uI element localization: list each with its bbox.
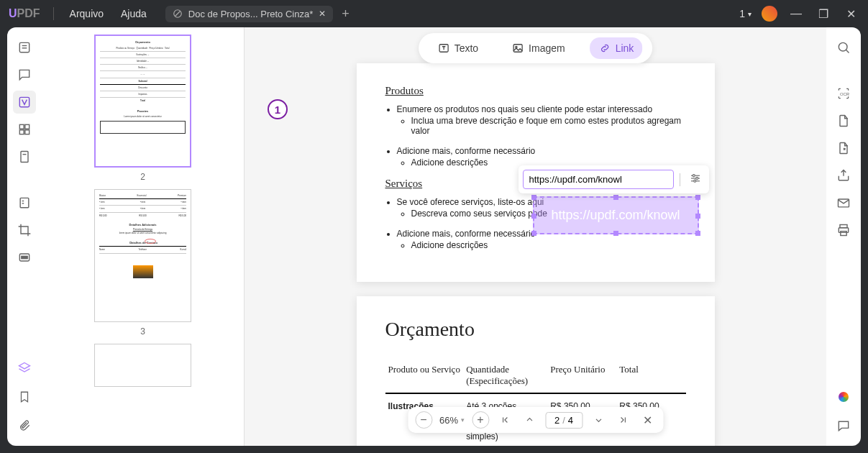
user-avatar[interactable] — [762, 6, 777, 22]
svg-line-29 — [846, 50, 849, 52]
svg-rect-34 — [841, 232, 846, 236]
form-tool-icon[interactable] — [13, 191, 36, 214]
first-page-button[interactable] — [496, 411, 513, 429]
link-url-popup — [518, 165, 709, 193]
window-close-icon[interactable]: ✕ — [842, 5, 859, 22]
prev-page-button[interactable] — [521, 411, 538, 429]
svg-point-28 — [839, 42, 847, 51]
text-icon — [437, 42, 450, 55]
thumbnail-page-2[interactable]: Orçamento Produto ou Serviço Quantidade … — [94, 35, 191, 182]
svg-rect-7 — [25, 124, 29, 129]
thumbnail-page-4[interactable] — [94, 344, 191, 387]
page-number-input[interactable]: 2 / 4 — [545, 412, 583, 429]
link-url-input[interactable] — [523, 170, 674, 189]
email-icon[interactable] — [832, 191, 855, 214]
crop-tool-icon[interactable] — [13, 219, 36, 242]
link-settings-icon[interactable] — [686, 172, 705, 187]
layers-icon[interactable] — [13, 357, 36, 380]
menu-arquivo[interactable]: Arquivo — [61, 8, 112, 19]
svg-line-1 — [175, 12, 180, 17]
zoom-out-button[interactable]: − — [415, 411, 432, 429]
ocr-icon[interactable]: OCR — [832, 82, 855, 105]
attachment-icon[interactable] — [13, 414, 36, 437]
document-viewport: 1 2 Texto Imagem Link Produtos Enumere o… — [245, 27, 826, 446]
zoom-in-button[interactable]: + — [472, 411, 489, 429]
tab-title: Doc de Propos... Preto Cinza* — [188, 9, 313, 19]
svg-point-23 — [693, 175, 695, 177]
redact-tool-icon[interactable] — [13, 246, 36, 269]
page-content-1: Produtos Enumere os produtos nos quais s… — [357, 63, 715, 282]
svg-rect-12 — [20, 198, 29, 207]
zoom-level[interactable]: 66% ▾ — [439, 415, 465, 426]
window-counter[interactable]: 1 ▾ — [739, 8, 751, 19]
reader-tool-icon[interactable] — [13, 36, 36, 59]
link-annotation-box[interactable]: https://updf.com/knowl — [533, 196, 699, 234]
edit-tool-icon[interactable] — [13, 91, 36, 114]
right-toolbar: OCR — [826, 27, 861, 446]
bookmark-icon[interactable] — [13, 385, 36, 408]
heading-produtos: Produtos — [385, 85, 686, 97]
menu-ajuda[interactable]: Ajuda — [112, 8, 155, 19]
print-icon[interactable] — [832, 219, 855, 242]
tab-close-icon[interactable]: ✕ — [319, 9, 326, 19]
next-page-button[interactable] — [590, 411, 607, 429]
tab-add-button[interactable]: + — [342, 6, 350, 22]
svg-rect-18 — [513, 45, 522, 52]
window-minimize-icon[interactable]: — — [787, 5, 805, 22]
convert-icon[interactable] — [832, 137, 855, 160]
share-icon[interactable] — [832, 164, 855, 187]
ai-icon[interactable] — [832, 385, 855, 408]
thumbnail-page-3[interactable]: BásicoEssencialPremium • item• item• ite… — [94, 189, 191, 337]
text-tool-button[interactable]: Texto — [429, 37, 487, 59]
svg-rect-6 — [19, 124, 24, 129]
svg-rect-10 — [21, 152, 28, 163]
document-tab[interactable]: Doc de Propos... Preto Cinza* ✕ — [165, 6, 333, 22]
svg-rect-16 — [22, 256, 27, 258]
image-icon — [511, 42, 524, 55]
link-icon — [598, 42, 611, 55]
app-logo: UPDF — [9, 7, 40, 20]
svg-rect-2 — [19, 42, 29, 52]
heading-orcamento: Orçamento — [385, 318, 686, 341]
svg-point-24 — [695, 178, 698, 180]
edit-toolbar: Texto Imagem Link — [419, 33, 653, 63]
callout-marker-1: 1 — [268, 99, 288, 119]
svg-text:OCR: OCR — [840, 92, 849, 96]
page-navigation-bar: − 66% ▾ + 2 / 4 ✕ — [408, 407, 663, 433]
window-maximize-icon[interactable]: ❐ — [815, 5, 832, 22]
last-page-button[interactable] — [614, 411, 631, 429]
organize-tool-icon[interactable] — [13, 118, 36, 141]
chat-icon[interactable] — [832, 414, 855, 437]
left-toolbar — [7, 27, 42, 446]
comment-tool-icon[interactable] — [13, 63, 36, 86]
export-file-icon[interactable] — [832, 109, 855, 132]
svg-rect-9 — [25, 130, 29, 134]
search-icon[interactable] — [832, 36, 855, 59]
nav-close-button[interactable]: ✕ — [639, 411, 656, 429]
image-tool-button[interactable]: Imagem — [503, 37, 574, 59]
no-entry-icon — [173, 9, 183, 19]
link-tool-button[interactable]: Link — [590, 37, 643, 59]
svg-point-25 — [693, 180, 695, 182]
svg-rect-8 — [19, 130, 24, 134]
thumbnail-panel: Orçamento Produto ou Serviço Quantidade … — [42, 27, 245, 446]
titlebar: UPDF Arquivo Ajuda Doc de Propos... Pret… — [0, 0, 868, 27]
page-tool-icon[interactable] — [13, 145, 36, 168]
